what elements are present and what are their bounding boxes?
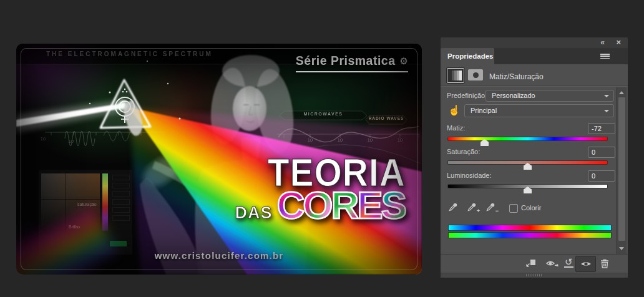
radio-waves-label: RADIO WAVES bbox=[367, 116, 406, 120]
colorize-checkbox[interactable] bbox=[509, 204, 518, 213]
axis-tick-label: 10 bbox=[364, 137, 376, 143]
picker-value-rows bbox=[112, 175, 130, 223]
cores-letter: R bbox=[331, 186, 359, 225]
cores-letter: S bbox=[381, 186, 407, 225]
layer-mask-icon[interactable] bbox=[468, 69, 483, 80]
eyedropper-icon[interactable] bbox=[448, 202, 459, 212]
series-badge: Série Prismatica ⚙ bbox=[296, 54, 408, 72]
chevron-down-icon bbox=[604, 110, 609, 112]
cores-letter: O bbox=[303, 186, 333, 225]
panel-tab-bar: Propriedades bbox=[441, 48, 628, 64]
hue-saturation-adjustment-icon bbox=[447, 68, 464, 83]
axis-tick-label: 10 bbox=[66, 139, 77, 144]
axis-tick-label: 10 bbox=[394, 137, 406, 143]
panel-content: Matiz/Saturação Predefinição: Personaliz… bbox=[441, 64, 628, 254]
divider bbox=[441, 85, 628, 87]
tab-propriedades[interactable]: Propriedades bbox=[441, 48, 494, 64]
microwaves-label: MICROWAVES bbox=[286, 112, 361, 116]
view-previous-state-icon[interactable] bbox=[545, 258, 559, 270]
preset-label: Predefinição: bbox=[447, 92, 487, 99]
hue-spectrum-bar-before bbox=[449, 225, 611, 230]
website-url: www.cristolucifer.com.br bbox=[16, 250, 422, 261]
hue-slider-track[interactable] bbox=[448, 137, 607, 140]
hue-label: Matiz: bbox=[447, 124, 465, 132]
panel-scrollbar[interactable] bbox=[616, 87, 627, 254]
chevron-down-icon bbox=[604, 95, 609, 97]
preset-dropdown[interactable]: Personalizado bbox=[485, 90, 614, 102]
spectrum-header-title: THE ELECTROMAGNETIC SPECTRUM bbox=[46, 51, 213, 57]
close-panel-icon[interactable]: × bbox=[616, 37, 621, 47]
eyedropper-plus-icon[interactable]: + bbox=[467, 202, 477, 212]
hue-value-input[interactable]: -72 bbox=[588, 123, 615, 134]
axis-tick-label: 10 bbox=[305, 137, 316, 143]
cores-letter: C bbox=[276, 186, 305, 225]
adjustment-title: Matiz/Saturação bbox=[489, 72, 544, 81]
panel-menu-icon[interactable] bbox=[600, 54, 610, 59]
eye-icon bbox=[580, 260, 592, 268]
hue-strip bbox=[102, 173, 108, 231]
scroll-down-icon[interactable] bbox=[619, 247, 624, 250]
panel-resize-strip bbox=[441, 273, 628, 278]
saturation-value-input[interactable]: 0 bbox=[588, 147, 615, 158]
hue-spectrum-bar-after[interactable] bbox=[449, 233, 611, 238]
axis-tick-label: 10 bbox=[37, 136, 49, 142]
saturation-label: Saturação: bbox=[447, 148, 480, 155]
targeted-adjustment-tool-icon[interactable]: ☝ bbox=[448, 104, 461, 116]
resize-grip-handle[interactable] bbox=[526, 274, 542, 276]
title-cores: CORES bbox=[278, 186, 407, 225]
title-das: DAS bbox=[235, 203, 272, 223]
gear-icon: ⚙ bbox=[400, 56, 408, 66]
title-line2: DAS CORES bbox=[235, 186, 407, 225]
clip-to-layer-icon[interactable] bbox=[525, 258, 537, 270]
reset-adjustment-icon[interactable]: ↺ bbox=[564, 257, 573, 268]
cores-letter: E bbox=[357, 186, 383, 225]
preset-value: Personalizado bbox=[492, 92, 535, 99]
channel-value: Principal bbox=[471, 107, 497, 114]
lightness-label: Luminosidade: bbox=[447, 172, 492, 179]
pointing-hand bbox=[124, 100, 142, 136]
eyedropper-minus-icon[interactable]: − bbox=[485, 202, 496, 212]
scroll-up-icon[interactable] bbox=[619, 91, 624, 94]
visibility-toggle[interactable] bbox=[575, 256, 596, 272]
delete-adjustment-icon[interactable] bbox=[600, 258, 610, 270]
lightness-value-input[interactable]: 0 bbox=[588, 170, 615, 182]
scrollbar-thumb[interactable] bbox=[618, 97, 625, 241]
photoshop-workspace: saturação Brilho THE ELECTROMAGNETIC SPE… bbox=[0, 0, 644, 297]
properties-panel: « × Propriedades Matiz/Saturação Predefi… bbox=[441, 37, 628, 278]
collapse-panel-icon[interactable]: « bbox=[600, 38, 604, 47]
document-canvas[interactable]: saturação Brilho THE ELECTROMAGNETIC SPE… bbox=[16, 44, 422, 275]
series-badge-label: Série Prismatica bbox=[296, 54, 396, 68]
colorize-label: Colorir bbox=[521, 204, 541, 212]
channel-dropdown[interactable]: Principal bbox=[464, 104, 614, 117]
panel-title-bar: « × bbox=[441, 37, 628, 48]
axis-tick-label: 10 bbox=[334, 137, 346, 143]
picker-saturation-label: saturação bbox=[77, 202, 97, 207]
panel-footer-toolbar: ↺ bbox=[441, 254, 628, 273]
